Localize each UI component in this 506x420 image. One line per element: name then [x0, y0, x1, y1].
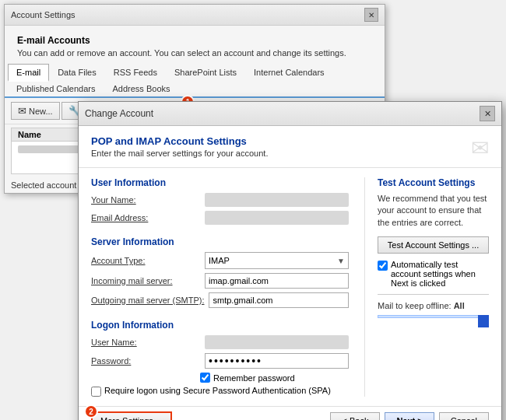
- right-panel: Test Account Settings We recommend that …: [364, 177, 489, 397]
- mail-icon: ✉: [471, 135, 489, 161]
- tab-sharepoint-lists[interactable]: SharePoint Lists: [166, 64, 245, 80]
- tab-rss-feeds[interactable]: RSS Feeds: [105, 64, 166, 80]
- dialog-header-subtitle: Enter the mail server settings for your …: [91, 149, 268, 158]
- new-label: New...: [29, 107, 53, 116]
- account-type-row: Account Type: IMAP ▼: [91, 252, 349, 269]
- your-name-value: [205, 193, 349, 207]
- auto-test-checkbox[interactable]: [378, 261, 388, 271]
- left-panel: User Information Your Name: Email Addres…: [91, 177, 349, 397]
- remember-password-row: Remember password: [200, 373, 349, 383]
- account-settings-titlebar: Account Settings ✕: [5, 5, 385, 26]
- spa-checkbox[interactable]: [91, 387, 101, 397]
- select-arrow-icon: ▼: [337, 257, 345, 265]
- account-settings-close-btn[interactable]: ✕: [364, 8, 378, 22]
- password-row: Password:: [91, 353, 349, 369]
- dialog-title: Change Account: [85, 108, 153, 119]
- email-address-value: [205, 211, 349, 225]
- dialog-titlebar: Change Account ✕: [79, 102, 501, 126]
- next-button[interactable]: Next >: [385, 412, 434, 420]
- auto-test-row: Automatically test account settings when…: [378, 260, 489, 288]
- incoming-server-label: Incoming mail server:: [91, 276, 200, 285]
- your-name-label: Your Name:: [91, 195, 200, 205]
- dialog-header-title: POP and IMAP Account Settings: [91, 135, 268, 147]
- new-icon: ✉: [18, 105, 26, 117]
- email-accounts-section: E-mail Accounts You can add or remove an…: [5, 26, 385, 64]
- tab-address-books[interactable]: Address Books: [104, 80, 179, 96]
- tab-published-calendars[interactable]: Published Calendars: [8, 80, 104, 96]
- slider-thumb[interactable]: [478, 315, 489, 327]
- offline-value: All: [454, 301, 465, 310]
- account-type-value: IMAP: [209, 256, 230, 265]
- outgoing-server-label: Outgoing mail server (SMTP):: [91, 296, 204, 305]
- test-account-settings-btn[interactable]: Test Account Settings ...: [378, 236, 489, 254]
- spa-row: Require logon using Secure Password Auth…: [91, 386, 349, 397]
- auto-test-label: Automatically test account settings when…: [391, 260, 489, 288]
- offline-slider-container: [378, 315, 489, 327]
- server-info-title: Server Information: [91, 236, 349, 247]
- cancel-button[interactable]: Cancel: [439, 412, 489, 420]
- tab-data-files[interactable]: Data Files: [49, 64, 105, 80]
- dialog-close-btn[interactable]: ✕: [480, 106, 495, 121]
- tab-email[interactable]: E-mail: [8, 64, 49, 82]
- test-section-title: Test Account Settings: [378, 177, 489, 188]
- dialog-body: User Information Your Name: Email Addres…: [79, 168, 501, 406]
- step2-badge: 2: [84, 404, 98, 418]
- tab-internet-calendars[interactable]: Internet Calendars: [245, 64, 333, 80]
- email-address-label: Email Address:: [91, 213, 200, 222]
- outgoing-server-input[interactable]: [209, 292, 349, 308]
- password-input[interactable]: [205, 353, 349, 369]
- change-account-dialog: Change Account ✕ POP and IMAP Account Se…: [78, 101, 502, 420]
- more-settings-btn[interactable]: More Settings ...: [91, 411, 172, 420]
- incoming-server-input[interactable]: [205, 273, 349, 289]
- your-name-row: Your Name:: [91, 193, 349, 207]
- email-accounts-title: E-mail Accounts: [17, 35, 372, 46]
- back-button[interactable]: < Back: [330, 412, 380, 420]
- outgoing-server-row: Outgoing mail server (SMTP):: [91, 292, 349, 308]
- tabs-container: E-mail Data Files RSS Feeds SharePoint L…: [5, 64, 385, 98]
- more-settings-container: 2 More Settings ...: [91, 411, 172, 420]
- email-address-row: Email Address:: [91, 211, 349, 225]
- slider-track: [378, 315, 489, 318]
- test-section-desc: We recommend that you test your account …: [378, 193, 489, 229]
- remember-password-label: Remember password: [213, 373, 295, 383]
- account-type-select[interactable]: IMAP ▼: [205, 252, 349, 269]
- incoming-server-row: Incoming mail server:: [91, 273, 349, 289]
- account-settings-title: Account Settings: [11, 10, 76, 19]
- username-row: User Name:: [91, 335, 349, 349]
- logon-info-title: Logon Information: [91, 320, 349, 331]
- spa-label: Require logon using Secure Password Auth…: [104, 386, 331, 395]
- new-button[interactable]: ✉ New...: [11, 102, 60, 120]
- dialog-header: POP and IMAP Account Settings Enter the …: [79, 126, 501, 168]
- remember-password-checkbox[interactable]: [200, 373, 210, 383]
- offline-label: Mail to keep offline:: [378, 301, 452, 310]
- username-label: User Name:: [91, 338, 200, 347]
- offline-row: Mail to keep offline: All: [378, 301, 489, 310]
- password-label: Password:: [91, 356, 200, 366]
- separator: [378, 294, 489, 295]
- account-type-label: Account Type:: [91, 256, 200, 265]
- dialog-header-text: POP and IMAP Account Settings Enter the …: [91, 135, 268, 158]
- user-info-title: User Information: [91, 177, 349, 188]
- email-accounts-desc: You can add or remove an account. You ca…: [17, 48, 372, 58]
- dialog-footer: 2 More Settings ... < Back Next > Cancel: [79, 406, 501, 420]
- username-value: [205, 335, 349, 349]
